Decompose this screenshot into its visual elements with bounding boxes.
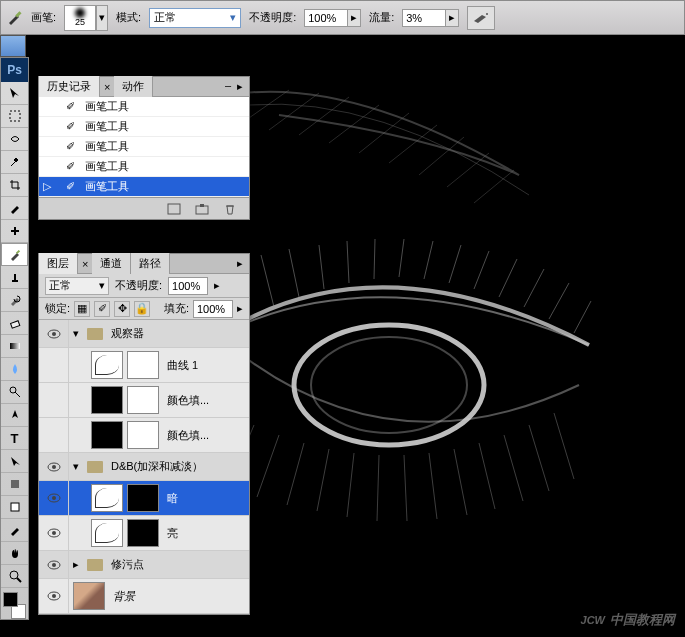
layer-thumb[interactable] bbox=[91, 484, 123, 512]
opacity-input[interactable]: 100% bbox=[304, 9, 348, 27]
fill-input[interactable]: 100% bbox=[193, 300, 233, 318]
visibility-icon[interactable] bbox=[47, 560, 61, 570]
layer-group-cleanup[interactable]: ▸修污点 bbox=[39, 551, 249, 579]
flow-input[interactable]: 3% bbox=[402, 9, 446, 27]
panel-menu-icon[interactable]: ▸ bbox=[231, 80, 249, 93]
snapshot-icon[interactable] bbox=[193, 201, 211, 217]
svg-rect-9 bbox=[11, 480, 19, 488]
layer-thumb[interactable] bbox=[91, 519, 123, 547]
layer-dark[interactable]: 暗 bbox=[39, 481, 249, 516]
history-item[interactable]: ✐画笔工具 bbox=[39, 157, 249, 177]
brush-icon: ✐ bbox=[61, 160, 79, 174]
stamp-tool[interactable] bbox=[1, 266, 28, 289]
visibility-icon[interactable] bbox=[47, 493, 61, 503]
hand-tool[interactable] bbox=[1, 542, 28, 565]
layer-thumb[interactable] bbox=[91, 351, 123, 379]
opacity-arrow[interactable]: ▸ bbox=[347, 9, 361, 27]
lasso-tool[interactable] bbox=[1, 128, 28, 151]
eyedropper-tool[interactable] bbox=[1, 197, 28, 220]
history-item[interactable]: ✐画笔工具 bbox=[39, 97, 249, 117]
history-list: ✐画笔工具 ✐画笔工具 ✐画笔工具 ✐画笔工具 ▷✐画笔工具 bbox=[39, 97, 249, 197]
tab-channels[interactable]: 通道 bbox=[92, 253, 131, 274]
tab-actions[interactable]: 动作 bbox=[114, 76, 153, 97]
delete-icon[interactable] bbox=[221, 201, 239, 217]
mask-thumb[interactable] bbox=[127, 386, 159, 414]
wand-tool[interactable] bbox=[1, 151, 28, 174]
zoom-tool[interactable] bbox=[1, 565, 28, 588]
watermark: JCW 中国教程网 bbox=[581, 608, 675, 629]
new-doc-from-state-icon[interactable] bbox=[165, 201, 183, 217]
tab-history[interactable]: 历史记录 bbox=[39, 76, 100, 97]
history-item[interactable]: ✐画笔工具 bbox=[39, 137, 249, 157]
layer-colorfill1[interactable]: 颜色填... bbox=[39, 383, 249, 418]
mask-thumb[interactable] bbox=[127, 421, 159, 449]
tab-paths[interactable]: 路径 bbox=[131, 253, 170, 274]
chevron-down-icon: ▾ bbox=[230, 11, 236, 24]
foreground-color[interactable] bbox=[3, 592, 18, 607]
layer-thumb[interactable] bbox=[91, 421, 123, 449]
layer-thumb[interactable] bbox=[73, 582, 105, 610]
visibility-icon[interactable] bbox=[47, 528, 61, 538]
visibility-icon[interactable] bbox=[47, 591, 61, 601]
mask-thumb[interactable] bbox=[127, 351, 159, 379]
chevron-right-icon[interactable]: ▸ bbox=[237, 302, 243, 315]
disclosure-icon[interactable]: ▸ bbox=[73, 558, 83, 571]
brush-picker-arrow[interactable]: ▾ bbox=[96, 5, 108, 31]
layer-opacity-input[interactable]: 100% bbox=[168, 277, 208, 295]
blend-mode-select[interactable]: 正常 ▾ bbox=[149, 8, 241, 28]
layers-panel: 图层 × 通道 路径 ▸ 正常▾ 不透明度: 100% ▸ 锁定: ▦ ✐ ✥ … bbox=[38, 253, 250, 615]
svg-point-28 bbox=[52, 594, 56, 598]
brush-preview[interactable]: 25 bbox=[64, 5, 96, 31]
shape-tool[interactable] bbox=[1, 473, 28, 496]
notes-tool[interactable] bbox=[1, 496, 28, 519]
layer-colorfill2[interactable]: 颜色填... bbox=[39, 418, 249, 453]
brush-icon: ✐ bbox=[61, 180, 79, 194]
menu-strip[interactable] bbox=[0, 35, 26, 57]
tab-layers[interactable]: 图层 bbox=[39, 253, 78, 274]
path-select-tool[interactable] bbox=[1, 450, 28, 473]
crop-tool[interactable] bbox=[1, 174, 28, 197]
color-swatch[interactable] bbox=[1, 592, 28, 619]
fill-label: 填充: bbox=[164, 301, 189, 316]
close-tab-icon[interactable]: × bbox=[78, 258, 92, 270]
lock-position-icon[interactable]: ✥ bbox=[114, 301, 130, 317]
minimize-icon[interactable]: – bbox=[225, 79, 231, 91]
eraser-tool[interactable] bbox=[1, 312, 28, 335]
chevron-right-icon[interactable]: ▸ bbox=[214, 279, 220, 292]
history-item[interactable]: ▷✐画笔工具 bbox=[39, 177, 249, 197]
history-brush-tool[interactable] bbox=[1, 289, 28, 312]
mask-thumb[interactable] bbox=[127, 484, 159, 512]
flow-arrow[interactable]: ▸ bbox=[445, 9, 459, 27]
history-item[interactable]: ✐画笔工具 bbox=[39, 117, 249, 137]
eyedropper2-tool[interactable] bbox=[1, 519, 28, 542]
visibility-icon[interactable] bbox=[47, 329, 61, 339]
svg-rect-4 bbox=[14, 227, 16, 235]
lock-all-icon[interactable]: 🔒 bbox=[134, 301, 150, 317]
dodge-tool[interactable] bbox=[1, 381, 28, 404]
layer-curves1[interactable]: 曲线 1 bbox=[39, 348, 249, 383]
marquee-tool[interactable] bbox=[1, 105, 28, 128]
gradient-tool[interactable] bbox=[1, 335, 28, 358]
lock-transparency-icon[interactable]: ▦ bbox=[74, 301, 90, 317]
airbrush-toggle[interactable] bbox=[467, 6, 495, 30]
move-tool[interactable] bbox=[1, 82, 28, 105]
visibility-icon[interactable] bbox=[47, 462, 61, 472]
layer-thumb[interactable] bbox=[91, 386, 123, 414]
panel-menu-icon[interactable]: ▸ bbox=[231, 257, 249, 270]
brush-icon: ✐ bbox=[61, 120, 79, 134]
disclosure-icon[interactable]: ▾ bbox=[73, 327, 83, 340]
disclosure-icon[interactable]: ▾ bbox=[73, 460, 83, 473]
layer-group-db[interactable]: ▾D&B(加深和减淡） bbox=[39, 453, 249, 481]
type-tool[interactable]: T bbox=[1, 427, 28, 450]
layer-light[interactable]: 亮 bbox=[39, 516, 249, 551]
blur-tool[interactable] bbox=[1, 358, 28, 381]
layer-blend-select[interactable]: 正常▾ bbox=[45, 277, 109, 295]
mask-thumb[interactable] bbox=[127, 519, 159, 547]
lock-pixels-icon[interactable]: ✐ bbox=[94, 301, 110, 317]
layer-background[interactable]: 背景 bbox=[39, 579, 249, 614]
close-tab-icon[interactable]: × bbox=[100, 81, 114, 93]
layer-group-observer[interactable]: ▾观察器 bbox=[39, 320, 249, 348]
brush-tool[interactable] bbox=[1, 243, 28, 266]
pen-tool[interactable] bbox=[1, 404, 28, 427]
healing-tool[interactable] bbox=[1, 220, 28, 243]
